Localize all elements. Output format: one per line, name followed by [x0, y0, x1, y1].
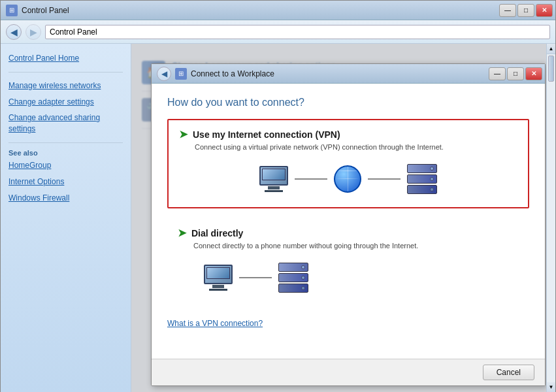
- address-box[interactable]: Control Panel: [45, 25, 550, 39]
- sidebar: Control Panel Home Manage wireless netwo…: [1, 44, 131, 392]
- vpn-option[interactable]: ➤ Use my Internet connection (VPN) Conne…: [167, 119, 529, 208]
- vpn-option-desc: Connect using a virtual private network …: [195, 143, 517, 151]
- dialog-footer: Cancel: [152, 359, 545, 385]
- dialog-overlay: ◀ ⊞ Connect to a Workplace — □ ✕ How do …: [131, 44, 555, 392]
- line-2: [368, 178, 401, 180]
- address-text: Control Panel: [50, 27, 97, 37]
- dialog-title: Connect to a Workplace: [191, 69, 274, 78]
- line-1: [295, 178, 327, 180]
- back-button[interactable]: ◀: [6, 24, 22, 40]
- scroll-down-button[interactable]: ▼: [547, 382, 555, 392]
- dialog-titlebar-controls: — □ ✕: [489, 67, 542, 80]
- dial-computer-icon: [204, 265, 233, 291]
- sidebar-divider-2: [8, 142, 123, 143]
- forward-button[interactable]: ▶: [25, 24, 41, 40]
- sidebar-manage-networks[interactable]: Manage wireless networks: [1, 78, 131, 94]
- dialog-question: How do you want to connect?: [167, 97, 529, 108]
- vpn-illustration: [179, 159, 517, 199]
- dialog-titlebar-left: ◀ ⊞ Connect to a Workplace: [157, 67, 274, 81]
- vpn-arrow-icon: ➤: [179, 128, 188, 140]
- dial-option-desc: Connect directly to a phone number witho…: [193, 242, 519, 250]
- scroll-thumb[interactable]: [548, 56, 554, 82]
- scrollbar[interactable]: ▲ ▼: [546, 44, 555, 392]
- dial-server-icon: [278, 263, 308, 293]
- control-panel-icon: ⊞: [6, 5, 18, 16]
- globe-icon: [334, 165, 361, 193]
- computer-icon: [259, 166, 288, 192]
- close-button[interactable]: ✕: [536, 4, 553, 17]
- outer-window-title: Control Panel: [22, 6, 69, 15]
- dialog-back-button[interactable]: ◀: [157, 67, 171, 81]
- address-bar: ◀ ▶ Control Panel: [1, 20, 555, 44]
- dial-arrow-icon: ➤: [178, 227, 186, 239]
- outer-titlebar: ⊞ Control Panel — □ ✕: [1, 1, 555, 20]
- dialog-maximize-button[interactable]: □: [507, 67, 524, 80]
- sidebar-home-link[interactable]: Control Panel Home: [1, 50, 131, 67]
- maximize-button[interactable]: □: [517, 4, 534, 17]
- see-also-label: See also: [1, 146, 46, 159]
- sidebar-internet-options[interactable]: Internet Options: [1, 174, 131, 190]
- vpn-option-header: ➤ Use my Internet connection (VPN): [179, 128, 517, 140]
- dialog-minimize-button[interactable]: —: [489, 67, 506, 80]
- connect-to-workplace-dialog: ◀ ⊞ Connect to a Workplace — □ ✕ How do …: [151, 63, 546, 386]
- dialog-content: How do you want to connect? ➤ Use my Int…: [152, 84, 545, 359]
- dial-option-title: Dial directly: [191, 228, 243, 238]
- dialog-close-button[interactable]: ✕: [525, 67, 542, 80]
- outer-window: ⊞ Control Panel — □ ✕ ◀ ▶ Control Panel …: [0, 0, 556, 392]
- scroll-track: [547, 83, 555, 382]
- minimize-button[interactable]: —: [499, 4, 516, 17]
- scroll-up-button[interactable]: ▲: [547, 44, 555, 54]
- dial-illustration: [178, 257, 519, 298]
- dial-option[interactable]: ➤ Dial directly Connect directly to a ph…: [167, 219, 529, 306]
- dialog-cp-icon: ⊞: [175, 68, 187, 80]
- cancel-button[interactable]: Cancel: [483, 365, 534, 380]
- sidebar-windows-firewall[interactable]: Windows Firewall: [1, 190, 131, 206]
- dial-line: [239, 277, 272, 278]
- sidebar-homegroup[interactable]: HomeGroup: [1, 157, 131, 174]
- sidebar-advanced-sharing[interactable]: Change advanced sharing settings: [1, 110, 131, 137]
- sidebar-change-adapter[interactable]: Change adapter settings: [1, 94, 131, 110]
- sidebar-divider: [8, 72, 123, 73]
- titlebar-controls: — □ ✕: [499, 4, 553, 17]
- vpn-option-title: Use my Internet connection (VPN): [193, 129, 340, 140]
- content-area: 🏠 Choose homegroup and sharing options A…: [131, 44, 555, 392]
- dialog-titlebar: ◀ ⊞ Connect to a Workplace — □ ✕: [152, 64, 545, 84]
- vpn-help-link[interactable]: What is a VPN connection?: [167, 319, 263, 328]
- server-icon: [407, 164, 437, 194]
- main-content: Control Panel Home Manage wireless netwo…: [1, 44, 555, 392]
- dial-option-header: ➤ Dial directly: [178, 227, 519, 239]
- outer-titlebar-left: ⊞ Control Panel: [6, 5, 69, 16]
